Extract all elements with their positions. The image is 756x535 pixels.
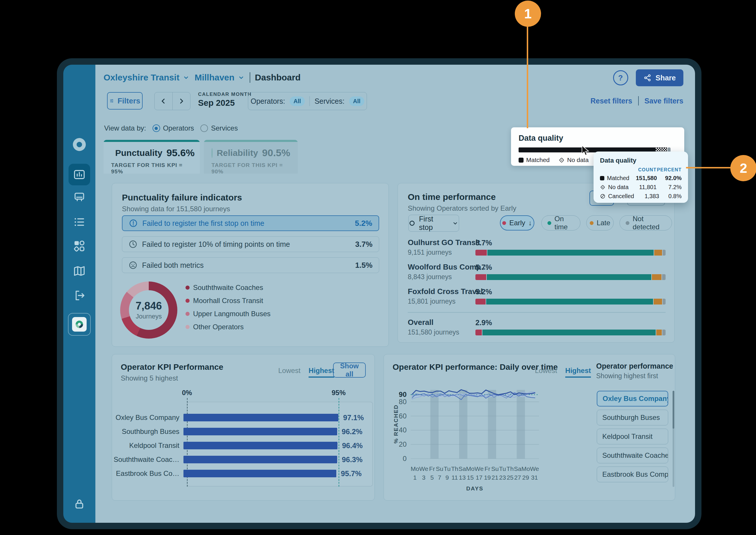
tab-punctuality[interactable]: Punctuality 95.6% TARGET FOR THIS KPI = … xyxy=(104,140,200,174)
tooltip-title: Data quality xyxy=(600,157,681,164)
scope-divider xyxy=(310,96,310,106)
early-value: 5.7% xyxy=(475,239,492,247)
square-icon xyxy=(600,176,604,181)
sliders-icon xyxy=(109,97,114,105)
app-window: Oxleyshire Transit Millhaven Dashboard ?… xyxy=(63,65,695,523)
toggle-highest[interactable]: Highest xyxy=(565,367,591,378)
x-tick-label: Mo1 xyxy=(411,465,419,482)
sidebar-item-vehicles[interactable] xyxy=(63,190,95,203)
bus-icon xyxy=(73,190,86,203)
x-tick-label: Fr19 xyxy=(484,465,491,482)
failure-indicators-card: Punctuality failure indicators Showing d… xyxy=(112,183,389,347)
tab-target: TARGET FOR THIS KPI = 95% xyxy=(111,162,192,174)
radio-selected-icon xyxy=(153,125,160,132)
percent-column-header: PERCENT xyxy=(656,167,681,173)
radio-operators[interactable]: Operators xyxy=(153,124,194,132)
chip-early[interactable]: Early↓ xyxy=(500,215,534,231)
tooltip-row-matched: Matched 151,58092.0% xyxy=(600,175,681,182)
sort-arrow-icon: ↓ xyxy=(529,219,532,227)
chip-not-detected[interactable]: Not detected xyxy=(620,215,672,231)
sidebar xyxy=(63,65,95,523)
region-selector[interactable]: Millhaven xyxy=(195,72,245,82)
breadcrumb-divider xyxy=(250,72,250,83)
chip-late[interactable]: Late xyxy=(586,215,614,231)
calendar-caption: CALENDAR MONTH xyxy=(198,92,252,97)
y-tick-label: 0 xyxy=(386,455,407,463)
x-tick-label: Fr5 xyxy=(428,465,436,482)
kpi-bar xyxy=(183,456,337,463)
x-tick-label: Tu9 xyxy=(443,465,451,482)
services-label: Services: xyxy=(315,97,345,105)
failure-value: 5.2% xyxy=(355,219,372,228)
bar-category: Southburgh Buses xyxy=(112,428,183,436)
sidebar-item-map[interactable] xyxy=(63,265,95,277)
y-tick-label: 80 xyxy=(386,398,407,406)
sidebar-item-dashboard[interactable] xyxy=(63,164,95,185)
legend-matched: Matched xyxy=(519,156,550,163)
reset-filters-link[interactable]: Reset filters xyxy=(590,97,632,105)
toggle-lowest[interactable]: Lowest xyxy=(535,367,557,375)
stacked-bar xyxy=(475,329,666,335)
operator-name: Woolford Bus Comp… xyxy=(408,263,666,271)
view-data-by-label: View data by: xyxy=(104,124,146,132)
kpi-bar xyxy=(183,442,338,449)
chevron-left-icon xyxy=(159,97,167,105)
radio-services[interactable]: Services xyxy=(200,124,238,132)
radio-operators-label: Operators xyxy=(163,124,194,132)
bar-row: Oxley Bus Company 97.1% xyxy=(112,414,364,421)
operator-list-item[interactable]: Keldpool Transit xyxy=(597,429,668,444)
failure-row-both-metrics[interactable]: Failed both metrics 1.5% xyxy=(122,257,379,273)
help-icon[interactable]: ? xyxy=(613,70,628,85)
callout-2-line xyxy=(686,167,730,168)
scope-summary[interactable]: Operators: All Services: All xyxy=(248,92,367,110)
diamond-icon xyxy=(600,184,606,190)
operator-list-item[interactable]: Southburgh Buses xyxy=(597,410,668,425)
chevron-down-icon xyxy=(237,74,245,81)
operator-name: Oulhurst GO Transit xyxy=(408,238,666,247)
share-icon xyxy=(644,74,651,82)
bar-value: 97.1% xyxy=(343,413,364,422)
failure-label: Failed both metrics xyxy=(142,261,203,269)
shapes-icon xyxy=(73,239,86,252)
next-month-button[interactable] xyxy=(173,92,191,110)
operator-panel-title: Operator performance xyxy=(596,362,673,370)
kpi-bar xyxy=(183,428,337,435)
failure-label: Failed to register the first stop on tim… xyxy=(142,219,264,228)
sidebar-item-app-switcher[interactable] xyxy=(63,313,95,336)
operator-list-item[interactable]: Souththwaite Coaches xyxy=(597,448,668,463)
kpi-bar xyxy=(183,414,338,421)
tab-value: 90.5% xyxy=(262,147,290,158)
y-tick-label: 60 xyxy=(386,412,407,420)
bar-category: Eastbrook Bus Co… xyxy=(112,469,183,478)
operator-panel-subtitle: Showing highest first xyxy=(596,372,673,380)
failure-row-first-stop[interactable]: Failed to register the first stop on tim… xyxy=(122,215,379,231)
show-all-button[interactable]: Show all xyxy=(333,362,366,378)
operator-list-item[interactable]: Oxley Bus Company xyxy=(597,391,668,407)
stop-type-select[interactable]: First stop xyxy=(408,215,459,232)
sidebar-item-list[interactable] xyxy=(63,216,95,228)
callout-1-line xyxy=(527,26,528,128)
x-axis-label: DAYS xyxy=(411,486,539,492)
tab-reliability[interactable]: Reliability 90.5% TARGET FOR THIS KPI = … xyxy=(204,140,298,174)
org-selector[interactable]: Oxleyshire Transit xyxy=(104,72,190,82)
share-button[interactable]: Share xyxy=(636,70,683,86)
chip-on-time[interactable]: On time xyxy=(541,215,580,231)
previous-month-button[interactable] xyxy=(155,92,173,110)
failure-row-timing-points[interactable]: Failed to register 10% of timing points … xyxy=(122,236,379,252)
on-time-dot xyxy=(547,221,551,225)
sidebar-item-categories[interactable] xyxy=(63,239,95,252)
sidebar-item-signout[interactable] xyxy=(63,289,95,302)
toggle-highest[interactable]: Highest xyxy=(309,367,334,378)
save-filters-link[interactable]: Save filters xyxy=(645,97,683,105)
filters-button[interactable]: Filters xyxy=(107,92,143,110)
sad-face-icon xyxy=(129,261,137,269)
legend-item: Souththwaite Coaches xyxy=(186,284,271,292)
axis-start-label: 0% xyxy=(182,389,192,397)
sidebar-item-lock[interactable] xyxy=(63,497,95,511)
operator-list-item[interactable]: Eastbrook Bus Compa… xyxy=(597,466,668,482)
toggle-lowest[interactable]: Lowest xyxy=(278,367,300,375)
scrollbar-thumb[interactable] xyxy=(673,391,674,429)
failure-label: Failed to register 10% of timing points … xyxy=(142,240,290,249)
chevron-down-icon xyxy=(182,74,190,81)
bar-value: 95.7% xyxy=(341,469,362,478)
